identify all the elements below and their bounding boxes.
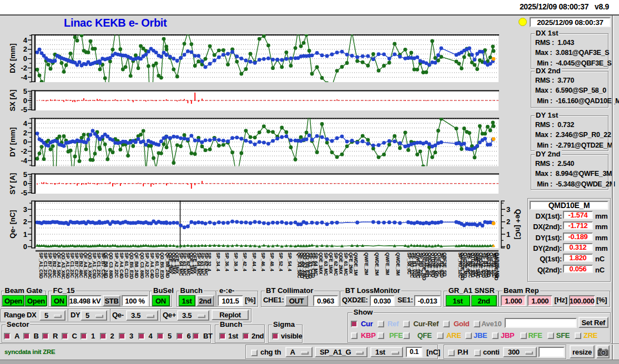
svg-text:-5: -5 — [21, 105, 27, 114]
svg-text:QAD2E_MD: QAD2E_MD — [495, 252, 500, 278]
svg-text:SP_63_MC: SP_63_MC — [323, 252, 329, 276]
svg-text:QBF3E_SD: QBF3E_SD — [442, 252, 447, 276]
svg-text:SP_46_4: SP_46_4 — [260, 252, 266, 271]
svg-text:QD_C3_88D: QD_C3_88D — [139, 252, 145, 279]
svg-text:-2: -2 — [21, 64, 27, 72]
svg-text:DY [mm]: DY [mm] — [8, 127, 17, 156]
svg-text:1: 1 — [506, 230, 510, 239]
svg-text:SP_48_4: SP_48_4 — [269, 252, 275, 271]
svg-text:SP_34_4: SP_34_4 — [215, 252, 221, 271]
svg-text:SP_64_MC: SP_64_MC — [313, 252, 319, 276]
svg-text:QFE_1MX: QFE_1MX — [328, 252, 334, 274]
svg-text:3: 3 — [506, 205, 510, 214]
svg-text:SP_44_4: SP_44_4 — [251, 252, 257, 271]
svg-text:QWDE_2M: QWDE_2M — [374, 252, 380, 276]
svg-text:SP_42_4: SP_42_4 — [242, 252, 248, 271]
svg-text:QDE_2MX: QDE_2MX — [338, 252, 344, 275]
svg-text:QF_B8_24D: QF_B8_24D — [134, 252, 139, 278]
svg-text:Qe- [nC]: Qe- [nC] — [8, 210, 17, 238]
svg-text:DX [mm]: DX [mm] — [8, 43, 17, 73]
svg-text:4: 4 — [23, 36, 28, 44]
svg-text:-4: -4 — [21, 156, 27, 165]
svg-text:QD_C3_88D: QD_C3_88D — [108, 252, 114, 279]
svg-text:0: 0 — [23, 54, 27, 63]
svg-text:SP_61_C1D: SP_61_C1D — [154, 252, 160, 278]
svg-text:SX [A]: SX [A] — [8, 90, 17, 112]
svg-text:5: 5 — [23, 87, 27, 95]
svg-text:3: 3 — [23, 205, 27, 214]
svg-text:QWFE_2M: QWFE_2M — [364, 252, 369, 275]
svg-text:SP_61_C1D: SP_61_C1D — [124, 252, 129, 278]
svg-text:-5: -5 — [21, 189, 27, 197]
svg-text:Qe+ [nC]: Qe+ [nC] — [514, 209, 522, 240]
svg-text:SP_A4_C4D: SP_A4_C4D — [119, 252, 124, 279]
svg-text:SP_A2_22C: SP_A2_22C — [144, 252, 150, 278]
svg-text:SP_61_MC: SP_61_MC — [343, 252, 349, 276]
svg-text:SP_A4_C4D: SP_A4_C4D — [149, 252, 155, 279]
svg-text:QWFE_3M: QWFE_3M — [385, 252, 390, 275]
svg-text:SP_52_4: SP_52_4 — [278, 252, 284, 271]
svg-text:0: 0 — [506, 242, 510, 251]
svg-text:SP_32_4: SP_32_4 — [207, 252, 212, 271]
svg-text:QD_B5_E2D: QD_B5_E2D — [159, 252, 165, 279]
svg-text:QDE_1MX: QDE_1MX — [318, 252, 324, 275]
svg-text:2: 2 — [23, 45, 27, 53]
svg-text:SY [A]: SY [A] — [8, 173, 17, 195]
svg-text:SP_38_4: SP_38_4 — [233, 252, 239, 271]
svg-text:QWDE_1M: QWDE_1M — [353, 252, 359, 276]
svg-text:5: 5 — [23, 170, 27, 179]
svg-text:0: 0 — [23, 138, 27, 146]
svg-text:0: 0 — [23, 97, 27, 105]
svg-text:2: 2 — [23, 218, 27, 226]
svg-text:0: 0 — [23, 179, 27, 188]
svg-text:SP_62_MC: SP_62_MC — [333, 252, 339, 276]
svg-text:SP_54_4: SP_54_4 — [287, 252, 293, 271]
svg-text:0: 0 — [23, 242, 27, 251]
svg-text:SP_36_4: SP_36_4 — [224, 252, 230, 271]
svg-text:1: 1 — [23, 230, 27, 239]
svg-text:2: 2 — [506, 218, 510, 226]
svg-text:4: 4 — [23, 119, 28, 128]
svg-text:QD_B5_E2D: QD_B5_E2D — [129, 252, 134, 279]
svg-text:QWDE_3M: QWDE_3M — [395, 252, 401, 276]
svg-text:SP_A2_22C: SP_A2_22C — [114, 252, 119, 278]
svg-text:2: 2 — [23, 129, 27, 137]
svg-text:-2: -2 — [21, 147, 27, 155]
svg-text:-4: -4 — [21, 73, 27, 82]
svg-text:QF_B8_24D: QF_B8_24D — [103, 252, 109, 278]
svg-text:QFE_2MX: QFE_2MX — [348, 252, 354, 274]
